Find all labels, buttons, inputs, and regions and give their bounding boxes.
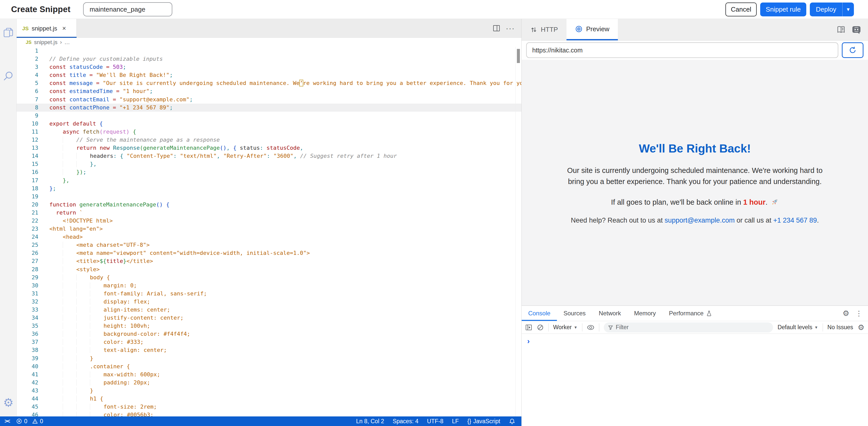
code-line[interactable]: 26 <meta name="viewport" content="width=… xyxy=(17,249,521,257)
code-line[interactable]: 12 // Serve the maintenance page as a re… xyxy=(17,136,521,144)
code-line[interactable]: 5const message = "Our site is currently … xyxy=(17,79,521,87)
eye-icon[interactable] xyxy=(587,324,594,331)
console-settings-icon[interactable]: ⚙ xyxy=(858,324,865,331)
code-line[interactable]: 23<html lang="en"> xyxy=(17,225,521,233)
scrollbar-handle[interactable] xyxy=(517,49,520,63)
console-prompt[interactable]: › xyxy=(522,334,868,345)
code-line[interactable]: 34 justify-content: center; xyxy=(17,314,521,322)
snippet-name-input[interactable] xyxy=(83,2,172,17)
code-line[interactable]: 35 height: 100vh; xyxy=(17,322,521,330)
code-line[interactable]: 30 margin: 0; xyxy=(17,282,521,290)
code-line[interactable]: 6const estimatedTime = "1 hour"; xyxy=(17,87,521,95)
console-sidebar-toggle-icon[interactable] xyxy=(525,324,532,331)
tab-console[interactable]: Console xyxy=(522,306,557,321)
snippet-rule-button[interactable]: Snippet rule xyxy=(760,2,806,17)
code-line[interactable]: 29 body { xyxy=(17,274,521,282)
code-line[interactable]: 14 headers: { "Content-Type": "text/html… xyxy=(17,152,521,160)
code-line[interactable]: 31 font-family: Arial, sans-serif; xyxy=(17,290,521,298)
breadcrumb-more[interactable]: … xyxy=(64,39,70,46)
docs-book-icon[interactable] xyxy=(837,25,845,34)
editor-scrollbar[interactable] xyxy=(515,47,521,417)
tab-network[interactable]: Network xyxy=(592,306,627,321)
eol-setting[interactable]: LF xyxy=(452,418,459,425)
indentation-setting[interactable]: Spaces: 4 xyxy=(393,418,418,425)
editor-more-actions-icon[interactable]: ··· xyxy=(506,24,515,32)
right-panel: HTTP Preview xyxy=(521,19,868,426)
code-line[interactable]: 41 max-width: 600px; xyxy=(17,371,521,379)
support-email-link[interactable]: support@example.com xyxy=(665,217,735,224)
language-mode[interactable]: {} JavaScript xyxy=(467,418,500,425)
preview-url-row xyxy=(522,40,868,60)
preview-url-input[interactable] xyxy=(526,42,838,58)
clear-console-icon[interactable] xyxy=(537,324,544,331)
code-line[interactable]: 40 .container { xyxy=(17,363,521,371)
split-editor-icon[interactable] xyxy=(493,24,500,32)
breadcrumb[interactable]: JS snippet.js › … xyxy=(17,38,521,47)
code-line[interactable]: 19 xyxy=(17,193,521,201)
code-line[interactable]: 28 <style> xyxy=(17,265,521,274)
line-number: 15 xyxy=(17,160,38,168)
js-language-icon: JS xyxy=(26,39,31,45)
settings-gear-icon[interactable]: ⚙ xyxy=(3,397,14,408)
code-line[interactable]: 8const contactPhone = "+1 234 567 89"; xyxy=(17,104,521,112)
breadcrumb-file[interactable]: snippet.js xyxy=(34,39,57,46)
devtools-settings-icon[interactable]: ⚙ xyxy=(842,310,849,317)
code-editor[interactable]: 12// Define your customizable inputs3con… xyxy=(17,47,521,417)
close-tab-icon[interactable]: × xyxy=(62,24,66,32)
code-line[interactable]: 11 async fetch(request) { xyxy=(17,128,521,136)
notifications-bell-icon[interactable] xyxy=(509,418,515,425)
files-icon[interactable] xyxy=(3,27,14,38)
code-line[interactable]: 44 h1 { xyxy=(17,395,521,403)
code-line[interactable]: 37 color: #333; xyxy=(17,338,521,346)
code-line[interactable]: 33 align-items: center; xyxy=(17,306,521,314)
log-levels-dropdown[interactable]: Default levels▼ xyxy=(778,324,818,331)
code-line[interactable]: 18}; xyxy=(17,184,521,193)
code-line[interactable]: 20function generateMaintenancePage() { xyxy=(17,201,521,209)
tab-sources[interactable]: Sources xyxy=(557,306,592,321)
tab-preview[interactable]: Preview xyxy=(566,19,618,40)
console-filter-input[interactable]: Filter xyxy=(604,322,773,333)
problems-indicator[interactable]: 0 0 xyxy=(16,418,43,425)
code-line[interactable]: 36 background-color: #f4f4f4; xyxy=(17,330,521,338)
refresh-button[interactable] xyxy=(842,42,864,58)
code-line[interactable]: 42 padding: 20px; xyxy=(17,379,521,387)
deploy-button[interactable]: Deploy xyxy=(810,2,842,17)
code-line[interactable]: 22 <!DOCTYPE html> xyxy=(17,217,521,225)
code-line[interactable]: 10export default { xyxy=(17,120,521,128)
code-line[interactable]: 21 return ` xyxy=(17,209,521,217)
code-line[interactable]: 39 } xyxy=(17,354,521,363)
issues-counter[interactable]: No Issues xyxy=(828,324,853,331)
encoding-setting[interactable]: UTF-8 xyxy=(427,418,443,425)
code-line[interactable]: 24 <head> xyxy=(17,233,521,241)
code-line[interactable]: 13 return new Response(generateMaintenan… xyxy=(17,144,521,152)
tab-memory[interactable]: Memory xyxy=(627,306,662,321)
code-line[interactable]: 38 text-align: center; xyxy=(17,346,521,354)
search-icon[interactable] xyxy=(3,70,14,82)
code-line[interactable]: 1 xyxy=(17,47,521,55)
devtools-kebab-menu-icon[interactable]: ⋮ xyxy=(856,309,863,318)
deploy-dropdown-button[interactable]: ▼ xyxy=(842,2,854,17)
code-line[interactable]: 7const contactEmail = "support@example.c… xyxy=(17,95,521,104)
cancel-button[interactable]: Cancel xyxy=(725,2,757,17)
code-line[interactable]: 4const title = "We'll Be Right Back!"; xyxy=(17,71,521,79)
tab-http[interactable]: HTTP xyxy=(522,19,566,40)
code-line[interactable]: 32 display: flex; xyxy=(17,298,521,306)
code-line[interactable]: 2// Define your customizable inputs xyxy=(17,55,521,63)
tab-performance[interactable]: Performance xyxy=(662,306,719,321)
code-line[interactable]: 46 color: #0056b3; xyxy=(17,411,521,417)
code-line[interactable]: 9 xyxy=(17,112,521,120)
phone-link[interactable]: +1 234 567 89 xyxy=(773,217,817,224)
remote-indicator-icon[interactable]: >< xyxy=(4,418,9,425)
code-line[interactable]: 17 }, xyxy=(17,176,521,184)
code-line[interactable]: 45 font-size: 2rem; xyxy=(17,403,521,411)
code-line[interactable]: 43 } xyxy=(17,387,521,395)
cursor-position[interactable]: Ln 8, Col 2 xyxy=(356,418,384,425)
tab-snippet-js[interactable]: JS snippet.js × xyxy=(17,19,76,38)
code-line[interactable]: 15 }, xyxy=(17,160,521,168)
code-line[interactable]: 16 }); xyxy=(17,168,521,176)
execution-context-dropdown[interactable]: Worker▼ xyxy=(553,324,578,331)
code-line[interactable]: 3const statusCode = 503; xyxy=(17,63,521,71)
discord-icon[interactable] xyxy=(852,25,861,34)
code-line[interactable]: 27 <title>${title}</title> xyxy=(17,257,521,265)
code-line[interactable]: 25 <meta charset="UTF-8"> xyxy=(17,241,521,249)
